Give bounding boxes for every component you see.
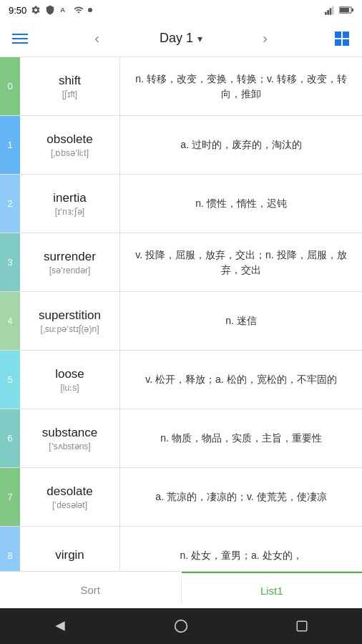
word-row[interactable]: 4 superstition [ˌsuːpəˈstɪʃ(ə)n] n. 迷信: [0, 292, 362, 351]
svg-rect-2: [327, 10, 329, 15]
svg-text:A: A: [60, 6, 65, 14]
row-number: 5: [0, 351, 20, 409]
word-cell: obsolete [ˌɒbsəˈliːt]: [20, 116, 120, 174]
recent-square-icon: [295, 620, 308, 633]
word-cell: virgin: [20, 527, 120, 571]
word-english: shift: [59, 74, 81, 88]
bottom-tabs: Sort List1: [0, 571, 362, 608]
word-definition: n. 处女，童男；a. 处女的，: [120, 527, 362, 571]
wifi-icon: [74, 5, 84, 15]
word-definition: a. 荒凉的，凄凉的；v. 使荒芜，使凄凉: [120, 468, 362, 526]
word-phonetic: [ˌsuːpəˈstɪʃ(ə)n]: [40, 324, 99, 334]
svg-point-9: [175, 620, 187, 633]
word-row[interactable]: 1 obsolete [ˌɒbsəˈliːt] a. 过时的，废弃的，淘汰的: [0, 116, 362, 175]
word-row[interactable]: 0 shift [ʃɪft] n. 转移，改变，变换，转换；v. 转移，改变，转…: [0, 57, 362, 116]
word-row[interactable]: 6 substance [ˈsʌbstəns] n. 物质，物品，实质，主旨，重…: [0, 409, 362, 468]
back-arrow-button[interactable]: ‹: [84, 26, 109, 52]
word-definition: n. 迷信: [120, 292, 362, 350]
chevron-down-icon: ▾: [197, 33, 202, 44]
word-row[interactable]: 7 desolate [ˈdesələt] a. 荒凉的，凄凉的；v. 使荒芜，…: [0, 468, 362, 527]
battery-icon: [339, 6, 353, 14]
list1-tab-label: List1: [260, 585, 283, 597]
word-english: surrender: [44, 250, 96, 264]
hamburger-icon: [12, 34, 28, 44]
word-phonetic: [ʃɪft]: [62, 89, 77, 99]
row-number: 1: [0, 116, 20, 174]
word-phonetic: [luːs]: [60, 383, 79, 393]
svg-marker-8: [56, 621, 65, 630]
word-cell: desolate [ˈdesələt]: [20, 468, 120, 526]
word-definition: n. 物质，物品，实质，主旨，重要性: [120, 409, 362, 467]
android-nav-bar: [0, 608, 362, 644]
back-triangle-icon: [53, 619, 67, 633]
nav-bar: ‹ Day 1 ▾ ›: [0, 20, 362, 57]
word-phonetic: [ˌɒbsəˈliːt]: [51, 148, 89, 158]
word-cell: surrender [səˈrendər]: [20, 233, 120, 291]
word-row[interactable]: 5 loose [luːs] v. 松开，释放；a. 松的，宽松的，不牢固的: [0, 351, 362, 409]
word-row[interactable]: 3 surrender [səˈrendər] v. 投降，屈服，放弃，交出；n…: [0, 233, 362, 292]
grid-icon: [335, 31, 349, 46]
back-nav-button[interactable]: [47, 613, 73, 639]
svg-rect-7: [352, 9, 353, 11]
word-english: virgin: [55, 548, 84, 562]
sort-tab[interactable]: Sort: [0, 572, 181, 608]
a-icon: A: [59, 5, 69, 15]
list-view-button[interactable]: [328, 24, 356, 53]
word-definition: v. 投降，屈服，放弃，交出；n. 投降，屈服，放弃，交出: [120, 233, 362, 291]
status-time: 9:50: [9, 5, 26, 16]
word-phonetic: [ˈdesələt]: [52, 500, 87, 510]
word-list: 0 shift [ʃɪft] n. 转移，改变，变换，转换；v. 转移，改变，转…: [0, 57, 362, 571]
dot-indicator: [88, 8, 92, 12]
row-number: 6: [0, 409, 20, 467]
row-number: 3: [0, 233, 20, 291]
row-number: 2: [0, 175, 20, 233]
sort-tab-label: Sort: [80, 584, 100, 596]
word-phonetic: [ˈsʌbstəns]: [49, 441, 90, 452]
word-english: substance: [42, 426, 98, 440]
word-phonetic: [ɪˈnɜːʃə]: [55, 207, 84, 217]
word-cell: substance [ˈsʌbstəns]: [20, 409, 120, 467]
recent-nav-button[interactable]: [289, 613, 315, 639]
svg-rect-1: [325, 12, 327, 15]
word-definition: n. 转移，改变，变换，转换；v. 转移，改变，转向，推卸: [120, 57, 362, 115]
word-row[interactable]: 2 inertia [ɪˈnɜːʃə] n. 惯性，惰性，迟钝: [0, 175, 362, 233]
content-area: 0 shift [ʃɪft] n. 转移，改变，变换，转换；v. 转移，改变，转…: [0, 57, 362, 608]
word-phonetic: [səˈrendər]: [49, 265, 91, 275]
word-definition: n. 惯性，惰性，迟钝: [120, 175, 362, 233]
shield-icon: [45, 5, 55, 15]
day-title: Day 1: [160, 31, 193, 46]
menu-button[interactable]: [6, 24, 34, 53]
nav-title[interactable]: Day 1 ▾: [160, 31, 202, 46]
word-english: inertia: [53, 191, 86, 205]
row-number: 4: [0, 292, 20, 350]
status-right: [325, 5, 353, 15]
word-english: obsolete: [47, 132, 92, 147]
row-number: 8: [0, 527, 20, 571]
word-cell: superstition [ˌsuːpəˈstɪʃ(ə)n]: [20, 292, 120, 350]
word-cell: inertia [ɪˈnɜːʃə]: [20, 175, 120, 233]
home-nav-button[interactable]: [168, 613, 194, 639]
word-definition: a. 过时的，废弃的，淘汰的: [120, 116, 362, 174]
status-left: 9:50 A: [9, 5, 92, 16]
gear-icon: [31, 5, 41, 15]
row-number: 0: [0, 57, 20, 115]
svg-rect-6: [340, 8, 349, 12]
word-definition: v. 松开，释放；a. 松的，宽松的，不牢固的: [120, 351, 362, 409]
row-number: 7: [0, 468, 20, 526]
word-cell: loose [luːs]: [20, 351, 120, 409]
svg-rect-4: [332, 6, 334, 15]
svg-rect-10: [297, 621, 307, 631]
word-row[interactable]: 8 virgin n. 处女，童男；a. 处女的，: [0, 527, 362, 571]
signal-icon: [325, 5, 336, 15]
word-english: loose: [55, 367, 84, 381]
word-cell: shift [ʃɪft]: [20, 57, 120, 115]
status-bar: 9:50 A: [0, 0, 362, 20]
word-english: superstition: [39, 308, 101, 323]
word-english: desolate: [47, 484, 92, 499]
forward-arrow-button[interactable]: ›: [252, 26, 278, 52]
list1-tab[interactable]: List1: [182, 572, 363, 608]
home-circle-icon: [174, 619, 188, 633]
svg-rect-3: [330, 8, 332, 14]
